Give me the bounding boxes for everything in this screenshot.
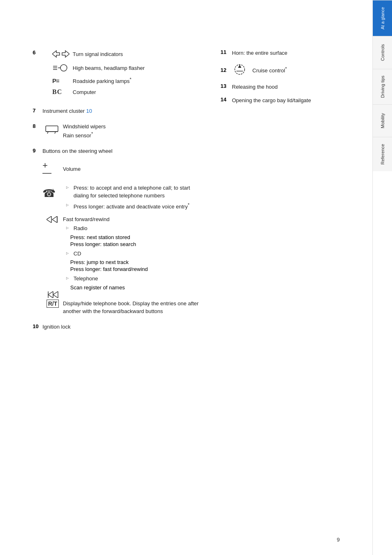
wiper-icon	[42, 123, 63, 134]
svg-marker-1	[62, 51, 69, 57]
section-14: 14 Opening the cargo bay lid/tailgate	[220, 96, 356, 105]
computer-icon: BC	[52, 88, 73, 96]
svg-rect-7	[46, 126, 58, 132]
item-highbeam: High beams, headlamp flasher	[52, 63, 145, 73]
cd-bullet-icon: ▷	[66, 250, 71, 255]
phone-bullet-1: ▷ Press: to accept and end a telephone c…	[63, 184, 204, 200]
radio-bullet-icon: ▷	[66, 224, 71, 230]
radio-bullet-2: Press longer: station search	[70, 241, 204, 247]
section-12: 12 Cruise control*	[220, 63, 356, 77]
svg-marker-14	[47, 216, 51, 223]
turn-signal-icon	[52, 49, 73, 59]
svg-marker-19	[53, 291, 58, 298]
section-11: 11 Horn: the entire surface	[220, 49, 356, 57]
telephone-label: Telephone	[74, 275, 98, 283]
right-sidebar: At a glance Controls Driving tips Mobili…	[372, 0, 392, 555]
section-10-label: Ignition lock	[42, 323, 204, 331]
rt-label: Display/hide telephone book. Display the…	[63, 300, 204, 316]
page-number: 9	[337, 537, 340, 543]
parking-label: Roadside parking lamps*	[73, 77, 131, 84]
section-6: 6	[33, 49, 204, 100]
tab-driving-tips[interactable]: Driving tips	[373, 69, 392, 104]
right-column: 11 Horn: the entire surface 12	[220, 49, 356, 338]
bullet-icon-1: ▷	[66, 184, 71, 189]
section-9-label: Buttons on the steering wheel	[42, 147, 204, 155]
bullet-icon-2: ▷	[66, 201, 71, 207]
fwd-back-icons	[42, 216, 63, 223]
item-parking: P≡ Roadside parking lamps*	[52, 77, 145, 84]
volume-row: + — Volume	[42, 159, 204, 179]
section-11-num: 11	[220, 49, 230, 55]
section-7-num: 7	[33, 107, 41, 114]
section-8-num: 8	[33, 123, 41, 129]
page-container: 6	[0, 0, 392, 555]
section-7-row: 7 Instrument cluster 10	[33, 107, 204, 115]
section-14-text: Opening the cargo bay lid/tailgate	[232, 96, 311, 105]
main-content: 6	[0, 0, 372, 555]
svg-marker-15	[52, 216, 57, 223]
svg-point-5	[60, 65, 67, 71]
radio-label: Radio	[74, 224, 87, 233]
cd-bullet-1: Press: jump to next track	[70, 259, 204, 265]
tel-bullet-icon: ▷	[66, 275, 71, 280]
volume-label: Volume	[63, 166, 80, 172]
fastforward-label: Fast forward/rewind	[63, 216, 109, 222]
highbeam-label: High beams, headlamp flasher	[73, 65, 145, 71]
tab-mobility[interactable]: Mobility	[373, 104, 392, 137]
svg-marker-0	[52, 51, 60, 57]
computer-label: Computer	[73, 89, 96, 95]
radio-section: ▷ Radio Press: next station stored Press…	[63, 224, 204, 291]
section-12-num: 12	[220, 67, 230, 73]
section-7: 7 Instrument cluster 10	[33, 107, 204, 115]
radio-bullet-1: Press: next station stored	[70, 234, 204, 240]
section-6-header: 6	[33, 49, 204, 100]
section-9: 9 Buttons on the steering wheel + —	[33, 147, 204, 316]
phone-icon: ☎ ) )	[42, 184, 63, 200]
tab-at-a-glance[interactable]: At a glance	[373, 0, 392, 36]
phone-bullet-2: ▷ Press longer: activate and deactivate …	[63, 201, 204, 211]
svg-text:): )	[53, 188, 54, 193]
rt-icon: R/T	[42, 300, 63, 308]
svg-marker-18	[48, 291, 53, 298]
fastforward-row: Fast forward/rewind	[42, 216, 204, 223]
section-6-num: 6	[33, 49, 41, 56]
tab-reference[interactable]: Reference	[373, 137, 392, 171]
phone-bullet-text-2: Press longer: activate and deactivate vo…	[74, 201, 189, 211]
tab-controls[interactable]: Controls	[373, 36, 392, 69]
highbeam-icon	[52, 63, 73, 73]
left-column: 6	[33, 49, 204, 338]
section-7-text: Instrument cluster 10	[42, 107, 204, 115]
section-13-text: Releasing the hood	[232, 83, 278, 91]
section-7-link[interactable]: 10	[86, 108, 92, 114]
parking-icon: P≡	[52, 77, 73, 84]
telephone-sub: Scan register of names	[70, 284, 204, 291]
section-9-items: + — Volume ☎	[42, 159, 204, 316]
section-14-num: 14	[220, 96, 230, 103]
turn-signal-label: Turn signal indicators	[73, 51, 123, 57]
sidebar-tabs: At a glance Controls Driving tips Mobili…	[373, 0, 392, 555]
phone-bullet-text-1: Press: to accept and end a telephone cal…	[74, 184, 204, 200]
phone-row: ☎ ) ) ▷ Press: to accept and end a telep…	[42, 184, 204, 213]
section-8-text: Windshield wipersRain sensor*	[63, 123, 204, 140]
section-9-num: 9	[33, 147, 41, 154]
cruise-icon	[232, 63, 247, 77]
svg-text:): )	[51, 189, 52, 194]
section-8: 8 Windshield wipersRain sensor*	[33, 123, 204, 140]
section-10: 10 Ignition lock	[33, 323, 204, 331]
item-computer: BC Computer	[52, 88, 145, 96]
svg-marker-21	[238, 65, 241, 68]
item-turn-signal: Turn signal indicators	[52, 49, 145, 59]
rewind-row	[42, 291, 204, 298]
cd-bullet-2: Press longer: fast forward/rewind	[70, 266, 204, 272]
section-10-row: 10 Ignition lock	[33, 323, 204, 331]
volume-icon: + —	[42, 159, 63, 179]
rewind-icon	[42, 291, 63, 298]
section-8-row: 8 Windshield wipersRain sensor*	[33, 123, 204, 140]
section-13-num: 13	[220, 83, 230, 89]
section-9-header: 9 Buttons on the steering wheel	[33, 147, 204, 155]
cd-label: CD	[74, 250, 81, 258]
rt-row: R/T Display/hide telephone book. Display…	[42, 300, 204, 316]
cruise-row: Cruise control*	[232, 63, 287, 77]
section-11-text: Horn: the entire surface	[232, 49, 287, 57]
phone-bullets: ▷ Press: to accept and end a telephone c…	[63, 184, 204, 213]
